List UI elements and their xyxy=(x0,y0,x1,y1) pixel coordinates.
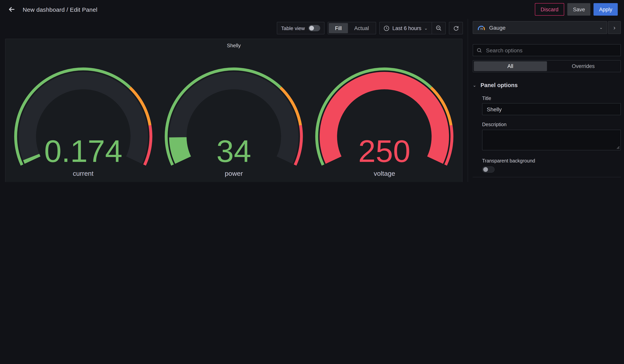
refresh-button[interactable] xyxy=(449,22,463,34)
refresh-icon xyxy=(453,25,459,31)
toggle-viz-picker-button[interactable]: › xyxy=(608,21,621,34)
table-view-toggle[interactable] xyxy=(308,25,320,31)
apply-button[interactable]: Apply xyxy=(594,3,618,16)
clock-icon xyxy=(384,25,390,31)
section-title: Panel options xyxy=(481,82,518,88)
svg-text:250: 250 xyxy=(358,134,411,169)
gauge: 250voltage xyxy=(312,51,457,178)
grafana-edit-panel: New dashboard / Edit Panel Discard Save … xyxy=(0,0,624,182)
magnifier-minus-icon xyxy=(436,25,442,31)
chevron-down-icon: ⌄ xyxy=(599,25,603,30)
viz-picker-select[interactable]: 79 Gauge ⌄ xyxy=(473,21,607,34)
transparent-bg-toggle[interactable] xyxy=(482,166,494,173)
table-view-label: Table view xyxy=(281,25,305,31)
section-panel-links[interactable]: › Panel links xyxy=(473,181,621,182)
tab-all[interactable]: All xyxy=(474,61,547,71)
search-icon xyxy=(477,47,482,53)
section-title: Panel links xyxy=(481,181,510,182)
save-button[interactable]: Save xyxy=(568,3,591,16)
chevron-right-icon: › xyxy=(613,24,616,31)
discard-button[interactable]: Discard xyxy=(535,3,564,16)
transparent-bg-label: Transparent background xyxy=(482,158,621,164)
zoom-out-time-button[interactable] xyxy=(432,22,445,34)
arrow-left-icon xyxy=(8,5,16,13)
chevron-down-icon: ⌄ xyxy=(424,25,428,31)
title-field[interactable] xyxy=(486,106,617,113)
svg-text:0.174: 0.174 xyxy=(44,134,122,169)
description-field[interactable] xyxy=(482,130,621,150)
panel-options-content: Title Description Transparent background xyxy=(482,96,621,173)
viz-picker-value: Gauge xyxy=(489,24,596,31)
options-sidebar: 79 Gauge ⌄ › All Overrides xyxy=(468,19,624,182)
divider xyxy=(473,177,621,177)
textarea-resize-icon xyxy=(616,146,620,149)
tab-overrides[interactable]: Overrides xyxy=(547,61,620,71)
gauges-container: 0.174current34power250voltage xyxy=(5,51,462,178)
page-title: New dashboard / Edit Panel xyxy=(23,6,97,13)
title-field-wrap xyxy=(482,103,621,115)
header-actions: Discard Save Apply xyxy=(535,3,618,16)
time-range-group: Last 6 hours ⌄ xyxy=(379,22,446,34)
options-filter-tabs: All Overrides xyxy=(473,60,621,72)
time-range-label: Last 6 hours xyxy=(392,25,421,31)
fill-actual-segmented: Fill Actual xyxy=(327,22,376,34)
viz-picker-row: 79 Gauge ⌄ › xyxy=(473,21,621,34)
fill-button[interactable]: Fill xyxy=(329,23,348,33)
gauge-panel[interactable]: Shelly 0.174current34power250voltage xyxy=(5,39,463,182)
svg-text:79: 79 xyxy=(480,27,483,30)
gauge-label: voltage xyxy=(374,170,395,178)
svg-text:34: 34 xyxy=(216,134,251,169)
description-label: Description xyxy=(482,122,621,127)
back-button[interactable] xyxy=(6,4,17,15)
search-input[interactable] xyxy=(485,47,617,54)
section-panel-options[interactable]: ⌄ Panel options xyxy=(473,82,621,88)
main-area: Table view Fill Actual Last 6 hours ⌄ xyxy=(0,19,468,182)
gauge-label: power xyxy=(225,170,243,178)
app-header: New dashboard / Edit Panel Discard Save … xyxy=(0,0,624,19)
time-range-picker[interactable]: Last 6 hours ⌄ xyxy=(380,22,432,34)
actual-button[interactable]: Actual xyxy=(348,23,375,33)
gauge: 0.174current xyxy=(10,51,156,178)
chevron-down-icon: ⌄ xyxy=(473,83,477,88)
panel-title: Shelly xyxy=(5,39,462,51)
options-search[interactable] xyxy=(473,44,621,56)
gauge: 34power xyxy=(161,51,307,178)
panel-toolbar: Table view Fill Actual Last 6 hours ⌄ xyxy=(0,19,468,38)
gauge-viz-icon: 79 xyxy=(477,24,486,31)
title-label: Title xyxy=(482,96,621,101)
gauge-label: current xyxy=(73,170,93,178)
table-view-group: Table view xyxy=(277,22,324,34)
